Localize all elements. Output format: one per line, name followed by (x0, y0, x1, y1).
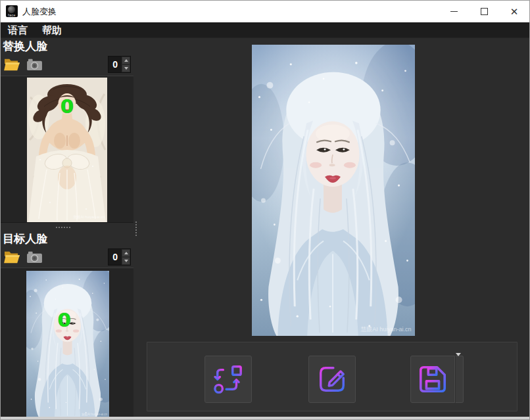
source-spinner-down-button[interactable] (122, 64, 130, 72)
target-panel-title: 目标人脸 (3, 231, 47, 246)
swap-faces-icon (213, 364, 243, 394)
edit-button[interactable] (308, 356, 356, 403)
spinner-down-icon (124, 260, 128, 262)
target-spinner-up-button[interactable] (122, 249, 130, 257)
dropdown-arrow-icon (456, 353, 461, 367)
source-face-marker: 0 (60, 97, 74, 116)
target-thumbnail-panel: 0 (1, 268, 133, 417)
swap-faces-button[interactable] (205, 356, 252, 403)
source-camera-button[interactable] (25, 56, 43, 72)
spinner-up-icon (124, 59, 128, 62)
menubar: 语言 帮助 (1, 22, 529, 38)
minimize-button[interactable] (439, 1, 469, 22)
window-controls: ✕ (439, 1, 529, 22)
image-watermark: 慧眼AI huiyan-ai.cn (73, 215, 105, 220)
camera-icon (26, 250, 43, 264)
face-logo-icon (8, 6, 15, 13)
spinner-down-icon (124, 67, 128, 70)
target-spinner-value[interactable]: 0 (108, 249, 122, 265)
source-face-index-spinner[interactable]: 0 (108, 56, 131, 73)
source-toolbar: 0 (1, 56, 133, 73)
vertical-splitter-handle[interactable] (135, 222, 137, 236)
edit-icon (317, 364, 347, 394)
menu-language[interactable]: 语言 (1, 22, 35, 38)
source-spinner-up-button[interactable] (122, 57, 130, 64)
close-button[interactable]: ✕ (499, 1, 529, 22)
app-window: face 人脸变换 ✕ 语言 帮助 替换人脸 (0, 0, 530, 420)
source-panel-title: 替换人脸 (3, 39, 47, 54)
titlebar: face 人脸变换 ✕ (1, 1, 529, 22)
target-face-index-spinner[interactable]: 0 (108, 248, 131, 266)
app-icon: face (6, 5, 18, 17)
maximize-button[interactable] (469, 1, 499, 22)
content-area: 替换人脸 0 (1, 38, 530, 417)
target-face-marker: 0 (58, 311, 71, 330)
save-button[interactable] (410, 356, 455, 403)
window-title: 人脸变换 (22, 1, 57, 22)
target-camera-button[interactable] (25, 248, 43, 265)
target-face-image[interactable]: 0 (26, 271, 109, 417)
action-panel (147, 342, 518, 411)
target-spinner-down-button[interactable] (122, 257, 130, 265)
horizontal-splitter-handle[interactable] (56, 227, 70, 228)
menu-help[interactable]: 帮助 (35, 22, 69, 38)
maximize-icon (481, 8, 488, 15)
minimize-icon (450, 11, 458, 12)
source-spinner-value[interactable]: 0 (108, 57, 122, 72)
result-preview-image (252, 45, 415, 336)
window-bottom-edge (1, 417, 529, 420)
save-icon (418, 364, 448, 394)
open-folder-icon (3, 250, 20, 264)
open-folder-icon (3, 57, 20, 72)
source-face-image[interactable]: 慧眼AI huiyan-ai.cn 0 (27, 78, 107, 222)
source-thumbnail-panel: 慧眼AI huiyan-ai.cn 0 (1, 76, 133, 223)
target-toolbar: 0 (1, 248, 133, 266)
target-open-folder-button[interactable] (3, 248, 21, 265)
source-open-folder-button[interactable] (3, 56, 21, 72)
camera-icon (26, 57, 43, 71)
spinner-up-icon (124, 252, 128, 254)
save-dropdown-button[interactable] (455, 356, 464, 403)
app-icon-label: face (6, 13, 18, 17)
close-icon: ✕ (510, 7, 519, 16)
